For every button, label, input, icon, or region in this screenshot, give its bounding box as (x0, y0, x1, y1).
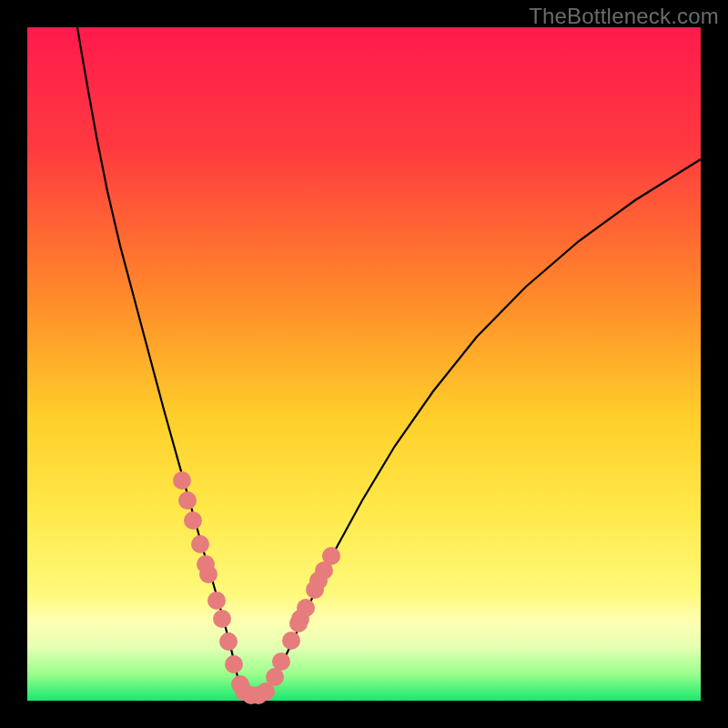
data-dot (272, 652, 290, 671)
data-dot (291, 610, 309, 628)
data-dot (191, 535, 209, 553)
data-dot (219, 632, 238, 651)
data-dot (213, 610, 231, 628)
watermark-text: TheBottleneck.com (529, 4, 719, 29)
data-dot (178, 491, 197, 510)
curve-svg (27, 27, 701, 701)
data-dot (225, 655, 243, 673)
data-dot (282, 632, 300, 650)
plot-area (27, 27, 701, 701)
data-dot (309, 571, 328, 590)
data-dot (207, 592, 226, 610)
data-dot (173, 471, 191, 490)
bottleneck-curve-right (251, 159, 701, 696)
data-dot (184, 511, 202, 530)
data-dot (322, 547, 340, 565)
chart-frame: TheBottleneck.com (0, 0, 728, 728)
data-dot (199, 565, 217, 583)
bottleneck-curve-left (77, 27, 251, 696)
